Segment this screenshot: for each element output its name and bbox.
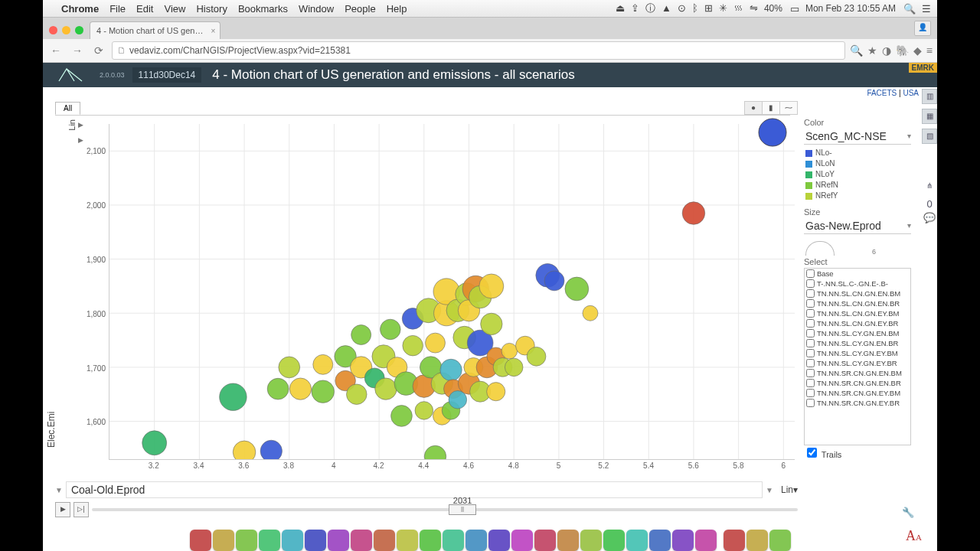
browser-tab[interactable]: 4 - Motion chart of US gen… × <box>90 21 220 39</box>
dock-app-icon[interactable] <box>534 530 556 551</box>
year-slider[interactable]: 2031 || <box>92 508 798 511</box>
tool-table-icon[interactable]: ▦ <box>922 109 937 124</box>
select-item[interactable]: TN.NN.SR.CN.GN.EN.BM <box>805 368 910 378</box>
dock-app-icon[interactable] <box>397 530 418 551</box>
comment-count[interactable]: 0 💬 <box>923 197 936 211</box>
select-item[interactable]: TN.NN.SL.CN.GN.EY.BM <box>805 308 910 318</box>
status-icon[interactable]: ✳ <box>719 2 727 14</box>
app-name[interactable]: Chrome <box>61 3 99 15</box>
dock-app-icon[interactable] <box>351 530 372 551</box>
crumb-facets[interactable]: FACETS <box>867 89 897 97</box>
dock-app-icon[interactable] <box>488 530 510 551</box>
charttype-bubble-icon[interactable]: ● <box>745 102 762 114</box>
status-icon[interactable]: ᯾ <box>733 2 743 14</box>
status-icon[interactable]: ᛒ <box>692 2 698 14</box>
window-minimize-button[interactable] <box>62 26 70 34</box>
tool-network-icon[interactable]: ⋔ <box>923 179 936 193</box>
status-icon[interactable]: ⓘ <box>645 2 655 14</box>
forward-button[interactable]: → <box>69 42 86 59</box>
star-icon[interactable]: ★ <box>867 44 877 57</box>
dock-app-icon[interactable] <box>190 530 211 551</box>
dock-app-icon[interactable] <box>328 530 349 551</box>
select-listbox[interactable]: BaseT-.NN.SL.C-.GN.E-.B-TN.NN.SL.CN.GN.E… <box>804 268 911 445</box>
spotlight-icon[interactable]: 🔍 <box>903 3 916 15</box>
select-item[interactable]: TN.NN.SR.CN.GN.EY.BM <box>805 388 910 398</box>
dock-app-icon[interactable] <box>603 530 625 551</box>
status-icon[interactable]: ⊙ <box>678 2 686 14</box>
menu-help[interactable]: Help <box>387 3 407 15</box>
step-button[interactable]: ▷| <box>74 502 89 517</box>
select-item[interactable]: TN.NN.SL.CN.GN.EN.BR <box>805 298 910 308</box>
trails-checkbox[interactable]: Trails <box>804 450 841 459</box>
select-item[interactable]: Base <box>805 269 910 279</box>
zoom-icon[interactable]: 🔍 <box>850 44 863 57</box>
tab-all[interactable]: All <box>55 102 80 115</box>
dock-app-icon[interactable] <box>259 530 280 551</box>
menu-file[interactable]: File <box>109 3 126 15</box>
dock-app-icon[interactable] <box>443 530 464 551</box>
slider-thumb[interactable]: || <box>449 504 476 515</box>
ext-icon-1[interactable]: ◑ <box>882 44 891 57</box>
window-zoom-button[interactable] <box>75 26 83 34</box>
status-icon[interactable]: ⊞ <box>704 2 713 14</box>
select-item[interactable]: T-.NN.SL.C-.GN.E-.B- <box>805 279 910 289</box>
dock-app-icon[interactable] <box>557 530 579 551</box>
size-dropdown[interactable]: Gas-New.Eprod <box>804 218 911 234</box>
menu-history[interactable]: History <box>196 3 227 15</box>
charttype-bar-icon[interactable]: ▮ <box>762 102 779 114</box>
notification-icon[interactable]: ☰ <box>922 3 931 15</box>
menu-view[interactable]: View <box>164 3 185 15</box>
select-item[interactable]: TN.NN.SR.CN.GN.EN.BR <box>805 378 910 388</box>
reload-button[interactable]: ⟳ <box>90 42 107 59</box>
legend-item[interactable]: NRefN <box>805 180 911 191</box>
dock-app-icon[interactable] <box>580 530 602 551</box>
dock-app-icon[interactable] <box>236 530 257 551</box>
dock-app-icon[interactable] <box>769 530 791 551</box>
dock-app-icon[interactable] <box>466 530 487 551</box>
dock-app-icon[interactable] <box>305 530 326 551</box>
legend-item[interactable]: NLoY <box>805 169 911 180</box>
dock-app-icon[interactable] <box>649 530 671 551</box>
menu-edit[interactable]: Edit <box>136 3 153 15</box>
legend-item[interactable]: NLoN <box>805 158 911 169</box>
ext-icon-2[interactable]: 🐘 <box>896 44 909 57</box>
scatter-plot[interactable] <box>109 124 795 460</box>
dock-app-icon[interactable] <box>374 530 395 551</box>
dock-app-icon[interactable] <box>672 530 694 551</box>
menu-people[interactable]: People <box>345 3 375 15</box>
y-axis-label[interactable]: Elec.Emi <box>46 412 57 448</box>
select-item[interactable]: TN.NN.SL.CY.GN.EN.BM <box>805 328 910 338</box>
x-axis-arrow2-icon[interactable]: ▼ <box>766 486 773 494</box>
tool-barchart-icon[interactable]: ▥ <box>922 89 937 104</box>
chrome-menu-icon[interactable]: ≡ <box>926 44 933 57</box>
dock-app-icon[interactable] <box>213 530 234 551</box>
legend-item[interactable]: NLo- <box>805 148 911 158</box>
profile-button[interactable]: 👤 <box>914 21 931 36</box>
tool-image-icon[interactable]: ▧ <box>922 129 937 144</box>
select-item[interactable]: TN.NN.SL.CY.GN.EY.BR <box>805 358 910 368</box>
dock-app-icon[interactable] <box>746 530 768 551</box>
legend-item[interactable]: NRefY <box>805 191 911 201</box>
color-dropdown[interactable]: ScenG_MC-NSE <box>804 129 911 145</box>
status-icon[interactable]: ▲ <box>662 2 671 14</box>
select-item[interactable]: TN.NN.SL.CY.GN.EY.BM <box>805 348 910 358</box>
dock-app-icon[interactable] <box>724 530 745 551</box>
status-icon[interactable]: ⏏ <box>616 2 625 14</box>
address-bar[interactable]: 🗋 vedaviz.com/CharNGIS/ProjectView.aspx?… <box>112 41 845 60</box>
select-item[interactable]: TN.NN.SL.CN.GN.EN.BM <box>805 289 910 298</box>
x-axis-arrow-icon[interactable]: ▼ <box>55 486 63 494</box>
dock-app-icon[interactable] <box>420 530 441 551</box>
crumb-usa[interactable]: USA <box>903 89 919 97</box>
select-item[interactable]: TN.NN.SL.CN.GN.EY.BR <box>805 318 910 328</box>
x-axis-label[interactable]: Coal-Old.Eprod <box>66 481 763 498</box>
dock-app-icon[interactable] <box>282 530 303 551</box>
dock-app-icon[interactable] <box>695 530 717 551</box>
y-scale-toggle[interactable]: Lin <box>67 119 77 131</box>
dock-app-icon[interactable] <box>511 530 533 551</box>
window-close-button[interactable] <box>49 26 57 34</box>
select-item[interactable]: TN.NN.SL.CY.GN.EN.BR <box>805 338 910 348</box>
play-button[interactable]: ▶ <box>55 502 70 517</box>
select-item[interactable]: TN.NN.SR.CN.GN.EY.BR <box>805 398 910 408</box>
ext-icon-3[interactable]: ◆ <box>913 44 922 57</box>
macos-dock[interactable] <box>43 520 937 551</box>
